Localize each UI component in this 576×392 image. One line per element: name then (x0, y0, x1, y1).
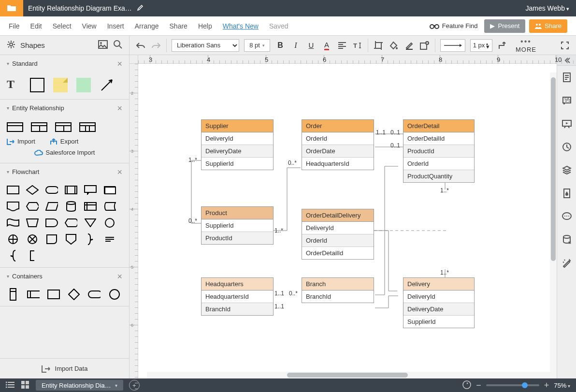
fc-diamond[interactable] (26, 185, 39, 195)
erd-shape-2[interactable] (31, 122, 47, 132)
fc-note[interactable] (103, 234, 116, 244)
textcolor-icon[interactable]: A (321, 40, 332, 51)
entity-headquarters[interactable]: Headquarters HeadquartersId BranchId (201, 277, 274, 316)
scrollbar-vertical[interactable] (550, 73, 557, 378)
menu-whatsnew[interactable]: What's New (223, 22, 259, 30)
c-circle[interactable] (108, 290, 121, 299)
fill-icon[interactable] (389, 40, 399, 51)
rail-chat-icon[interactable] (557, 205, 576, 228)
entity-product[interactable]: Product SupplierId ProductId (201, 206, 274, 245)
shape-arrow[interactable] (100, 78, 114, 92)
scrollbar-horizontal[interactable] (147, 372, 550, 378)
fc-cyl[interactable] (65, 202, 77, 211)
fc-rect[interactable] (7, 185, 19, 195)
erd-shape-3[interactable] (55, 122, 72, 132)
fc-sum[interactable] (7, 234, 19, 244)
autosync-icon[interactable] (462, 380, 471, 391)
fc-card[interactable] (103, 185, 116, 195)
menu-file[interactable]: File (9, 22, 20, 30)
c-vert[interactable] (7, 290, 19, 299)
rail-drop-icon[interactable] (557, 182, 576, 205)
menu-insert[interactable]: Insert (107, 22, 124, 30)
close-icon[interactable]: × (117, 170, 122, 174)
fc-hex[interactable] (26, 202, 39, 211)
image-icon[interactable] (98, 40, 108, 50)
underline-icon[interactable]: U (306, 40, 317, 51)
fc-connector[interactable] (103, 218, 116, 228)
entity-orderdetail[interactable]: OrderDetail OrderDetailId ProductId Orde… (403, 119, 475, 183)
rename-icon[interactable] (132, 4, 144, 13)
fc-display[interactable] (65, 218, 77, 228)
erd-shape-1[interactable] (7, 122, 23, 132)
page-tab[interactable]: Entity Relationship Dia… (36, 380, 123, 391)
shape-text[interactable]: T (7, 78, 21, 92)
rail-present-icon[interactable] (557, 112, 576, 135)
fc-callout[interactable] (84, 185, 97, 195)
fc-offpage[interactable] (65, 234, 77, 244)
import-link[interactable]: Import (7, 138, 35, 145)
zoom-out-button[interactable]: − (476, 380, 481, 391)
feature-find[interactable]: Feature Find (430, 22, 478, 29)
rail-layers-icon[interactable] (557, 159, 576, 182)
shapestyle-icon[interactable] (419, 40, 430, 51)
app-folder-icon[interactable] (0, 0, 23, 16)
doc-title[interactable]: Entity Relationship Diagram Exa… (28, 4, 132, 12)
fc-delay[interactable] (45, 218, 58, 228)
fc-stored[interactable] (103, 202, 116, 211)
erd-shape-4[interactable] (79, 122, 96, 132)
fc-or[interactable] (26, 234, 39, 244)
fc-seq[interactable] (45, 234, 58, 244)
shape-rect[interactable] (30, 78, 44, 92)
export-link[interactable]: Export (50, 138, 79, 145)
linewidth-select[interactable]: 1 px▴▾ (470, 39, 492, 52)
share-button[interactable]: Share (529, 19, 567, 33)
shape-note[interactable] (53, 78, 68, 92)
entity-odd[interactable]: OrderDetailDelivery DeliveryId OrderId O… (302, 209, 374, 260)
bold-icon[interactable]: B (275, 40, 286, 51)
close-icon[interactable]: × (117, 106, 122, 111)
import-data-button[interactable]: Import Data (0, 358, 129, 378)
entity-branch[interactable]: Branch BranchId (302, 277, 374, 303)
rail-page-icon[interactable] (557, 66, 576, 89)
textfield-icon[interactable]: T (352, 40, 363, 51)
crop-icon[interactable] (373, 40, 384, 51)
rail-db-icon[interactable] (557, 228, 576, 251)
fc-brace-r[interactable] (84, 234, 97, 244)
linecolor-icon[interactable] (404, 40, 415, 51)
fullscreen-icon[interactable] (560, 40, 570, 51)
font-select[interactable]: Liberation Sans (172, 39, 239, 52)
more-button[interactable]: •••MORE (516, 37, 536, 53)
fc-terminator[interactable] (45, 185, 58, 195)
fc-manual[interactable] (26, 218, 39, 228)
fc-para[interactable] (45, 202, 58, 211)
grid-view-icon[interactable] (21, 381, 29, 390)
entity-order[interactable]: Order OrderId OrderDate HeadquartersId (302, 119, 374, 170)
rail-history-icon[interactable] (557, 135, 576, 159)
menu-share[interactable]: Share (170, 22, 187, 30)
fc-merge[interactable] (84, 218, 97, 228)
entity-delivery[interactable]: Delivery DeliveryId DeliveryDate Supplie… (403, 277, 475, 328)
fc-predef[interactable] (65, 185, 77, 195)
rail-magic-icon[interactable] (557, 251, 576, 275)
menu-help[interactable]: Help (198, 22, 212, 30)
fc-bracket[interactable] (26, 251, 39, 261)
redo-icon[interactable] (151, 40, 161, 51)
user-menu[interactable]: James Webb (525, 4, 576, 12)
fontsize-select[interactable]: 8 pt (244, 39, 270, 52)
align-icon[interactable] (337, 40, 347, 51)
close-icon[interactable]: × (117, 61, 122, 66)
c-horiz[interactable] (27, 290, 40, 299)
c-pill[interactable] (88, 290, 101, 299)
menu-edit[interactable]: Edit (30, 22, 42, 30)
salesforce-link[interactable]: Salesforce Import (34, 149, 95, 156)
zoom-in-button[interactable]: + (544, 380, 549, 391)
close-icon[interactable]: × (117, 274, 122, 279)
c-diamond[interactable] (68, 290, 80, 299)
zoom-pct[interactable]: 75% (554, 382, 570, 389)
present-button[interactable]: ▶Present (484, 19, 525, 33)
fc-doc[interactable] (7, 202, 19, 211)
entity-supplier[interactable]: Supplier DeliveryId DeliveryDate Supplie… (201, 119, 274, 170)
search-icon[interactable] (114, 40, 122, 50)
fc-swatch[interactable] (45, 251, 58, 261)
zoom-slider[interactable] (486, 384, 539, 386)
